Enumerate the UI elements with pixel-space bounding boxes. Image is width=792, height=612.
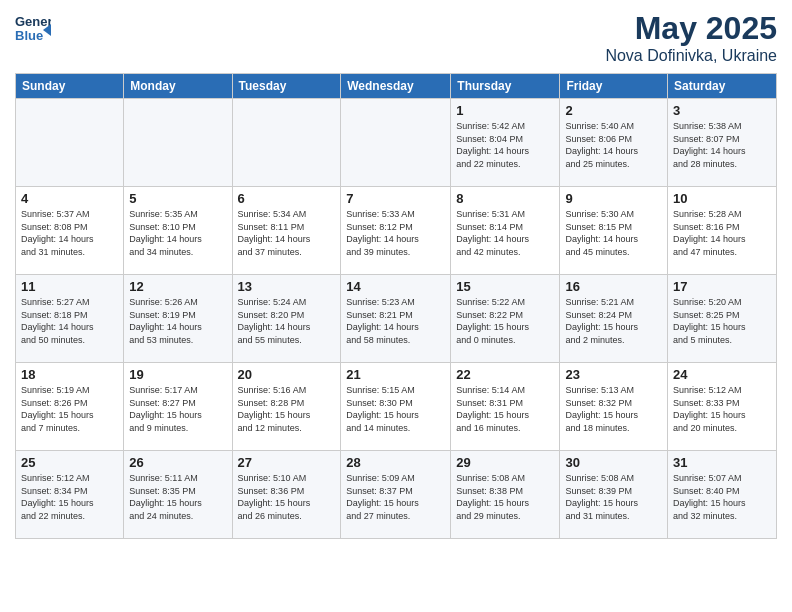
day-info: Sunrise: 5:23 AM Sunset: 8:21 PM Dayligh…: [346, 296, 445, 346]
calendar-cell: 8Sunrise: 5:31 AM Sunset: 8:14 PM Daylig…: [451, 187, 560, 275]
calendar-cell: 6Sunrise: 5:34 AM Sunset: 8:11 PM Daylig…: [232, 187, 341, 275]
day-info: Sunrise: 5:40 AM Sunset: 8:06 PM Dayligh…: [565, 120, 662, 170]
calendar-day-header: Sunday: [16, 74, 124, 99]
calendar-table: SundayMondayTuesdayWednesdayThursdayFrid…: [15, 73, 777, 539]
calendar-cell: 12Sunrise: 5:26 AM Sunset: 8:19 PM Dayli…: [124, 275, 232, 363]
day-number: 29: [456, 455, 554, 470]
calendar-cell: 17Sunrise: 5:20 AM Sunset: 8:25 PM Dayli…: [668, 275, 777, 363]
day-info: Sunrise: 5:13 AM Sunset: 8:32 PM Dayligh…: [565, 384, 662, 434]
calendar-cell: 21Sunrise: 5:15 AM Sunset: 8:30 PM Dayli…: [341, 363, 451, 451]
logo: General Blue: [15, 10, 55, 50]
calendar-day-header: Thursday: [451, 74, 560, 99]
calendar-week-row: 11Sunrise: 5:27 AM Sunset: 8:18 PM Dayli…: [16, 275, 777, 363]
month-title: May 2025: [605, 10, 777, 47]
calendar-cell: 10Sunrise: 5:28 AM Sunset: 8:16 PM Dayli…: [668, 187, 777, 275]
day-info: Sunrise: 5:19 AM Sunset: 8:26 PM Dayligh…: [21, 384, 118, 434]
logo-icon: General Blue: [15, 10, 51, 46]
day-info: Sunrise: 5:21 AM Sunset: 8:24 PM Dayligh…: [565, 296, 662, 346]
day-number: 24: [673, 367, 771, 382]
calendar-cell: 7Sunrise: 5:33 AM Sunset: 8:12 PM Daylig…: [341, 187, 451, 275]
day-info: Sunrise: 5:12 AM Sunset: 8:33 PM Dayligh…: [673, 384, 771, 434]
calendar-cell: 3Sunrise: 5:38 AM Sunset: 8:07 PM Daylig…: [668, 99, 777, 187]
calendar-week-row: 1Sunrise: 5:42 AM Sunset: 8:04 PM Daylig…: [16, 99, 777, 187]
day-info: Sunrise: 5:11 AM Sunset: 8:35 PM Dayligh…: [129, 472, 226, 522]
calendar-cell: [341, 99, 451, 187]
day-number: 17: [673, 279, 771, 294]
calendar-cell: 31Sunrise: 5:07 AM Sunset: 8:40 PM Dayli…: [668, 451, 777, 539]
calendar-cell: [232, 99, 341, 187]
day-number: 14: [346, 279, 445, 294]
day-info: Sunrise: 5:30 AM Sunset: 8:15 PM Dayligh…: [565, 208, 662, 258]
page-container: General Blue May 2025 Nova Dofinivka, Uk…: [0, 0, 792, 549]
day-info: Sunrise: 5:28 AM Sunset: 8:16 PM Dayligh…: [673, 208, 771, 258]
day-number: 27: [238, 455, 336, 470]
calendar-cell: 2Sunrise: 5:40 AM Sunset: 8:06 PM Daylig…: [560, 99, 668, 187]
day-number: 20: [238, 367, 336, 382]
calendar-cell: 13Sunrise: 5:24 AM Sunset: 8:20 PM Dayli…: [232, 275, 341, 363]
day-info: Sunrise: 5:26 AM Sunset: 8:19 PM Dayligh…: [129, 296, 226, 346]
calendar-day-header: Friday: [560, 74, 668, 99]
calendar-cell: 28Sunrise: 5:09 AM Sunset: 8:37 PM Dayli…: [341, 451, 451, 539]
header: General Blue May 2025 Nova Dofinivka, Uk…: [15, 10, 777, 65]
day-info: Sunrise: 5:42 AM Sunset: 8:04 PM Dayligh…: [456, 120, 554, 170]
day-number: 7: [346, 191, 445, 206]
calendar-cell: 1Sunrise: 5:42 AM Sunset: 8:04 PM Daylig…: [451, 99, 560, 187]
calendar-cell: 26Sunrise: 5:11 AM Sunset: 8:35 PM Dayli…: [124, 451, 232, 539]
day-info: Sunrise: 5:16 AM Sunset: 8:28 PM Dayligh…: [238, 384, 336, 434]
day-number: 18: [21, 367, 118, 382]
calendar-day-header: Monday: [124, 74, 232, 99]
calendar-day-header: Tuesday: [232, 74, 341, 99]
svg-text:Blue: Blue: [15, 28, 43, 43]
day-info: Sunrise: 5:12 AM Sunset: 8:34 PM Dayligh…: [21, 472, 118, 522]
day-number: 9: [565, 191, 662, 206]
calendar-cell: 18Sunrise: 5:19 AM Sunset: 8:26 PM Dayli…: [16, 363, 124, 451]
day-info: Sunrise: 5:27 AM Sunset: 8:18 PM Dayligh…: [21, 296, 118, 346]
svg-text:General: General: [15, 14, 51, 29]
calendar-cell: 9Sunrise: 5:30 AM Sunset: 8:15 PM Daylig…: [560, 187, 668, 275]
day-number: 11: [21, 279, 118, 294]
day-number: 1: [456, 103, 554, 118]
calendar-cell: 23Sunrise: 5:13 AM Sunset: 8:32 PM Dayli…: [560, 363, 668, 451]
location-subtitle: Nova Dofinivka, Ukraine: [605, 47, 777, 65]
day-number: 10: [673, 191, 771, 206]
day-number: 6: [238, 191, 336, 206]
calendar-cell: 27Sunrise: 5:10 AM Sunset: 8:36 PM Dayli…: [232, 451, 341, 539]
calendar-cell: 25Sunrise: 5:12 AM Sunset: 8:34 PM Dayli…: [16, 451, 124, 539]
calendar-cell: 19Sunrise: 5:17 AM Sunset: 8:27 PM Dayli…: [124, 363, 232, 451]
calendar-cell: [16, 99, 124, 187]
day-info: Sunrise: 5:14 AM Sunset: 8:31 PM Dayligh…: [456, 384, 554, 434]
day-number: 5: [129, 191, 226, 206]
day-info: Sunrise: 5:10 AM Sunset: 8:36 PM Dayligh…: [238, 472, 336, 522]
day-number: 26: [129, 455, 226, 470]
calendar-cell: 24Sunrise: 5:12 AM Sunset: 8:33 PM Dayli…: [668, 363, 777, 451]
day-info: Sunrise: 5:07 AM Sunset: 8:40 PM Dayligh…: [673, 472, 771, 522]
day-info: Sunrise: 5:17 AM Sunset: 8:27 PM Dayligh…: [129, 384, 226, 434]
day-info: Sunrise: 5:38 AM Sunset: 8:07 PM Dayligh…: [673, 120, 771, 170]
day-info: Sunrise: 5:37 AM Sunset: 8:08 PM Dayligh…: [21, 208, 118, 258]
day-number: 4: [21, 191, 118, 206]
day-number: 23: [565, 367, 662, 382]
day-number: 13: [238, 279, 336, 294]
calendar-day-header: Wednesday: [341, 74, 451, 99]
day-info: Sunrise: 5:22 AM Sunset: 8:22 PM Dayligh…: [456, 296, 554, 346]
day-number: 3: [673, 103, 771, 118]
day-info: Sunrise: 5:08 AM Sunset: 8:38 PM Dayligh…: [456, 472, 554, 522]
day-info: Sunrise: 5:15 AM Sunset: 8:30 PM Dayligh…: [346, 384, 445, 434]
calendar-week-row: 25Sunrise: 5:12 AM Sunset: 8:34 PM Dayli…: [16, 451, 777, 539]
calendar-week-row: 18Sunrise: 5:19 AM Sunset: 8:26 PM Dayli…: [16, 363, 777, 451]
title-block: May 2025 Nova Dofinivka, Ukraine: [605, 10, 777, 65]
calendar-cell: 30Sunrise: 5:08 AM Sunset: 8:39 PM Dayli…: [560, 451, 668, 539]
day-info: Sunrise: 5:24 AM Sunset: 8:20 PM Dayligh…: [238, 296, 336, 346]
day-info: Sunrise: 5:31 AM Sunset: 8:14 PM Dayligh…: [456, 208, 554, 258]
day-number: 16: [565, 279, 662, 294]
day-info: Sunrise: 5:09 AM Sunset: 8:37 PM Dayligh…: [346, 472, 445, 522]
calendar-cell: 4Sunrise: 5:37 AM Sunset: 8:08 PM Daylig…: [16, 187, 124, 275]
day-info: Sunrise: 5:08 AM Sunset: 8:39 PM Dayligh…: [565, 472, 662, 522]
calendar-day-header: Saturday: [668, 74, 777, 99]
calendar-cell: 22Sunrise: 5:14 AM Sunset: 8:31 PM Dayli…: [451, 363, 560, 451]
day-number: 22: [456, 367, 554, 382]
day-info: Sunrise: 5:33 AM Sunset: 8:12 PM Dayligh…: [346, 208, 445, 258]
day-info: Sunrise: 5:34 AM Sunset: 8:11 PM Dayligh…: [238, 208, 336, 258]
day-info: Sunrise: 5:35 AM Sunset: 8:10 PM Dayligh…: [129, 208, 226, 258]
day-number: 31: [673, 455, 771, 470]
